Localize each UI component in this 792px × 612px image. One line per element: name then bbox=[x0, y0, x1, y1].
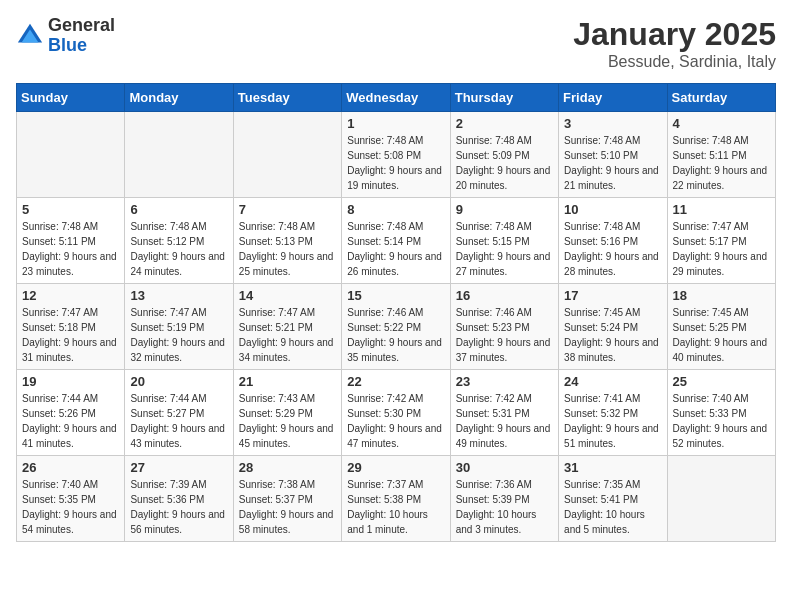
day-info: Sunrise: 7:45 AMSunset: 5:25 PMDaylight:… bbox=[673, 305, 770, 365]
calendar-cell: 15Sunrise: 7:46 AMSunset: 5:22 PMDayligh… bbox=[342, 284, 450, 370]
calendar-cell: 6Sunrise: 7:48 AMSunset: 5:12 PMDaylight… bbox=[125, 198, 233, 284]
page-header: General Blue January 2025 Bessude, Sardi… bbox=[16, 16, 776, 71]
calendar: SundayMondayTuesdayWednesdayThursdayFrid… bbox=[16, 83, 776, 542]
day-number: 15 bbox=[347, 288, 444, 303]
day-number: 2 bbox=[456, 116, 553, 131]
day-info: Sunrise: 7:36 AMSunset: 5:39 PMDaylight:… bbox=[456, 477, 553, 537]
day-number: 28 bbox=[239, 460, 336, 475]
weekday-header-monday: Monday bbox=[125, 84, 233, 112]
day-info: Sunrise: 7:40 AMSunset: 5:33 PMDaylight:… bbox=[673, 391, 770, 451]
calendar-cell: 4Sunrise: 7:48 AMSunset: 5:11 PMDaylight… bbox=[667, 112, 775, 198]
calendar-cell bbox=[125, 112, 233, 198]
day-number: 20 bbox=[130, 374, 227, 389]
calendar-cell: 19Sunrise: 7:44 AMSunset: 5:26 PMDayligh… bbox=[17, 370, 125, 456]
calendar-cell bbox=[667, 456, 775, 542]
day-info: Sunrise: 7:46 AMSunset: 5:23 PMDaylight:… bbox=[456, 305, 553, 365]
day-info: Sunrise: 7:39 AMSunset: 5:36 PMDaylight:… bbox=[130, 477, 227, 537]
calendar-cell: 11Sunrise: 7:47 AMSunset: 5:17 PMDayligh… bbox=[667, 198, 775, 284]
day-number: 29 bbox=[347, 460, 444, 475]
calendar-cell: 5Sunrise: 7:48 AMSunset: 5:11 PMDaylight… bbox=[17, 198, 125, 284]
day-info: Sunrise: 7:47 AMSunset: 5:19 PMDaylight:… bbox=[130, 305, 227, 365]
day-number: 3 bbox=[564, 116, 661, 131]
calendar-cell: 18Sunrise: 7:45 AMSunset: 5:25 PMDayligh… bbox=[667, 284, 775, 370]
weekday-header-tuesday: Tuesday bbox=[233, 84, 341, 112]
calendar-cell: 9Sunrise: 7:48 AMSunset: 5:15 PMDaylight… bbox=[450, 198, 558, 284]
weekday-header-wednesday: Wednesday bbox=[342, 84, 450, 112]
day-number: 25 bbox=[673, 374, 770, 389]
calendar-cell: 16Sunrise: 7:46 AMSunset: 5:23 PMDayligh… bbox=[450, 284, 558, 370]
calendar-cell: 3Sunrise: 7:48 AMSunset: 5:10 PMDaylight… bbox=[559, 112, 667, 198]
calendar-week-1: 1Sunrise: 7:48 AMSunset: 5:08 PMDaylight… bbox=[17, 112, 776, 198]
day-number: 27 bbox=[130, 460, 227, 475]
day-info: Sunrise: 7:45 AMSunset: 5:24 PMDaylight:… bbox=[564, 305, 661, 365]
day-info: Sunrise: 7:48 AMSunset: 5:11 PMDaylight:… bbox=[22, 219, 119, 279]
calendar-cell: 13Sunrise: 7:47 AMSunset: 5:19 PMDayligh… bbox=[125, 284, 233, 370]
day-number: 10 bbox=[564, 202, 661, 217]
day-number: 13 bbox=[130, 288, 227, 303]
day-number: 11 bbox=[673, 202, 770, 217]
calendar-cell: 12Sunrise: 7:47 AMSunset: 5:18 PMDayligh… bbox=[17, 284, 125, 370]
day-info: Sunrise: 7:48 AMSunset: 5:14 PMDaylight:… bbox=[347, 219, 444, 279]
calendar-cell: 31Sunrise: 7:35 AMSunset: 5:41 PMDayligh… bbox=[559, 456, 667, 542]
day-info: Sunrise: 7:47 AMSunset: 5:21 PMDaylight:… bbox=[239, 305, 336, 365]
day-info: Sunrise: 7:35 AMSunset: 5:41 PMDaylight:… bbox=[564, 477, 661, 537]
day-number: 14 bbox=[239, 288, 336, 303]
calendar-cell: 1Sunrise: 7:48 AMSunset: 5:08 PMDaylight… bbox=[342, 112, 450, 198]
day-info: Sunrise: 7:48 AMSunset: 5:16 PMDaylight:… bbox=[564, 219, 661, 279]
calendar-cell: 10Sunrise: 7:48 AMSunset: 5:16 PMDayligh… bbox=[559, 198, 667, 284]
title-block: January 2025 Bessude, Sardinia, Italy bbox=[573, 16, 776, 71]
calendar-cell: 20Sunrise: 7:44 AMSunset: 5:27 PMDayligh… bbox=[125, 370, 233, 456]
day-info: Sunrise: 7:48 AMSunset: 5:11 PMDaylight:… bbox=[673, 133, 770, 193]
day-info: Sunrise: 7:48 AMSunset: 5:10 PMDaylight:… bbox=[564, 133, 661, 193]
calendar-cell: 29Sunrise: 7:37 AMSunset: 5:38 PMDayligh… bbox=[342, 456, 450, 542]
day-info: Sunrise: 7:37 AMSunset: 5:38 PMDaylight:… bbox=[347, 477, 444, 537]
day-info: Sunrise: 7:42 AMSunset: 5:31 PMDaylight:… bbox=[456, 391, 553, 451]
day-number: 8 bbox=[347, 202, 444, 217]
calendar-cell bbox=[17, 112, 125, 198]
calendar-cell bbox=[233, 112, 341, 198]
calendar-cell: 7Sunrise: 7:48 AMSunset: 5:13 PMDaylight… bbox=[233, 198, 341, 284]
calendar-cell: 8Sunrise: 7:48 AMSunset: 5:14 PMDaylight… bbox=[342, 198, 450, 284]
day-number: 16 bbox=[456, 288, 553, 303]
logo-icon bbox=[16, 22, 44, 50]
calendar-cell: 21Sunrise: 7:43 AMSunset: 5:29 PMDayligh… bbox=[233, 370, 341, 456]
day-info: Sunrise: 7:48 AMSunset: 5:09 PMDaylight:… bbox=[456, 133, 553, 193]
calendar-cell: 28Sunrise: 7:38 AMSunset: 5:37 PMDayligh… bbox=[233, 456, 341, 542]
day-number: 9 bbox=[456, 202, 553, 217]
calendar-week-3: 12Sunrise: 7:47 AMSunset: 5:18 PMDayligh… bbox=[17, 284, 776, 370]
day-number: 6 bbox=[130, 202, 227, 217]
logo: General Blue bbox=[16, 16, 115, 56]
day-number: 4 bbox=[673, 116, 770, 131]
location: Bessude, Sardinia, Italy bbox=[573, 53, 776, 71]
calendar-cell: 27Sunrise: 7:39 AMSunset: 5:36 PMDayligh… bbox=[125, 456, 233, 542]
calendar-week-4: 19Sunrise: 7:44 AMSunset: 5:26 PMDayligh… bbox=[17, 370, 776, 456]
day-info: Sunrise: 7:48 AMSunset: 5:08 PMDaylight:… bbox=[347, 133, 444, 193]
day-number: 23 bbox=[456, 374, 553, 389]
day-number: 30 bbox=[456, 460, 553, 475]
day-number: 18 bbox=[673, 288, 770, 303]
day-info: Sunrise: 7:42 AMSunset: 5:30 PMDaylight:… bbox=[347, 391, 444, 451]
weekday-header-friday: Friday bbox=[559, 84, 667, 112]
calendar-cell: 24Sunrise: 7:41 AMSunset: 5:32 PMDayligh… bbox=[559, 370, 667, 456]
day-info: Sunrise: 7:48 AMSunset: 5:15 PMDaylight:… bbox=[456, 219, 553, 279]
day-number: 21 bbox=[239, 374, 336, 389]
day-number: 22 bbox=[347, 374, 444, 389]
weekday-header-sunday: Sunday bbox=[17, 84, 125, 112]
day-info: Sunrise: 7:41 AMSunset: 5:32 PMDaylight:… bbox=[564, 391, 661, 451]
calendar-cell: 2Sunrise: 7:48 AMSunset: 5:09 PMDaylight… bbox=[450, 112, 558, 198]
day-info: Sunrise: 7:48 AMSunset: 5:13 PMDaylight:… bbox=[239, 219, 336, 279]
day-number: 5 bbox=[22, 202, 119, 217]
calendar-week-5: 26Sunrise: 7:40 AMSunset: 5:35 PMDayligh… bbox=[17, 456, 776, 542]
day-number: 26 bbox=[22, 460, 119, 475]
day-number: 12 bbox=[22, 288, 119, 303]
day-info: Sunrise: 7:44 AMSunset: 5:27 PMDaylight:… bbox=[130, 391, 227, 451]
day-number: 24 bbox=[564, 374, 661, 389]
day-number: 19 bbox=[22, 374, 119, 389]
calendar-cell: 22Sunrise: 7:42 AMSunset: 5:30 PMDayligh… bbox=[342, 370, 450, 456]
day-number: 31 bbox=[564, 460, 661, 475]
day-info: Sunrise: 7:40 AMSunset: 5:35 PMDaylight:… bbox=[22, 477, 119, 537]
day-number: 17 bbox=[564, 288, 661, 303]
day-info: Sunrise: 7:46 AMSunset: 5:22 PMDaylight:… bbox=[347, 305, 444, 365]
day-info: Sunrise: 7:38 AMSunset: 5:37 PMDaylight:… bbox=[239, 477, 336, 537]
logo-text: General Blue bbox=[48, 16, 115, 56]
